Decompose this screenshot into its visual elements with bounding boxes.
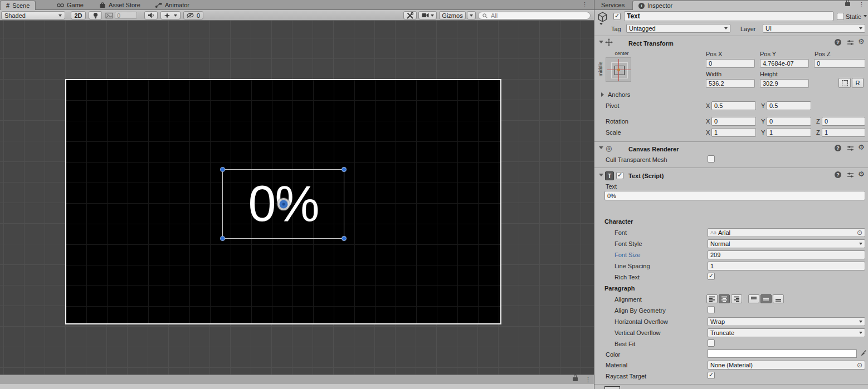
raycast-target-checkbox[interactable] xyxy=(708,372,715,379)
handle-bottom-right[interactable] xyxy=(342,236,347,241)
tab-asset-store[interactable]: Asset Store xyxy=(94,0,146,10)
canvas-renderer-fold[interactable] xyxy=(599,146,603,149)
tab-game[interactable]: Game xyxy=(51,0,89,10)
object-picker-icon[interactable]: ⊙ xyxy=(857,362,862,368)
anchors-fold[interactable] xyxy=(601,92,604,97)
align-top-button[interactable] xyxy=(748,294,759,303)
selection-rect[interactable] xyxy=(222,169,344,239)
align-middle-button[interactable] xyxy=(760,294,772,303)
material-object-field[interactable]: None (Material) ⊙ xyxy=(708,361,865,370)
text-component-icon xyxy=(605,171,614,180)
character-section-label: Character xyxy=(604,218,633,225)
pivot-y-field[interactable] xyxy=(767,101,811,110)
chevron-down-icon xyxy=(431,14,434,17)
height-field[interactable] xyxy=(760,79,809,88)
text-script-enabled-checkbox[interactable] xyxy=(616,172,623,179)
rotation-y-field[interactable] xyxy=(767,117,811,126)
scale-z-field[interactable] xyxy=(822,128,865,137)
raw-mode-button[interactable]: R xyxy=(852,78,864,88)
blueprint-mode-button[interactable] xyxy=(838,78,851,88)
anchor-preset-widget[interactable] xyxy=(606,57,631,82)
gameobject-cube-icon[interactable] xyxy=(597,12,608,22)
help-icon[interactable] xyxy=(835,171,841,178)
inspector-menu-icon[interactable]: ⋮ xyxy=(859,2,865,7)
tab-scene[interactable]: # Scene xyxy=(0,1,36,10)
handle-top-right[interactable] xyxy=(342,167,347,172)
help-icon[interactable] xyxy=(835,145,841,151)
2d-toggle-button[interactable]: 2D xyxy=(71,11,86,19)
best-fit-checkbox[interactable] xyxy=(708,339,715,347)
color-swatch[interactable] xyxy=(708,349,857,358)
align-right-button[interactable] xyxy=(731,294,742,303)
handle-top-left[interactable] xyxy=(220,167,225,172)
ui-canvas[interactable]: 0% xyxy=(65,79,501,324)
tab-services-label: Services xyxy=(601,2,625,8)
horizontal-overflow-dropdown[interactable]: Wrap xyxy=(708,317,865,326)
gear-icon[interactable]: ⚙ xyxy=(858,144,865,151)
shading-mode-dropdown[interactable]: Shaded xyxy=(1,11,65,19)
rect-transform-fold[interactable] xyxy=(599,41,603,43)
scene-effects-button[interactable] xyxy=(160,11,181,19)
align-bottom-button[interactable] xyxy=(773,294,784,303)
static-caret[interactable] xyxy=(864,15,867,17)
pos-y-field[interactable] xyxy=(760,59,809,68)
presets-icon[interactable] xyxy=(847,40,854,46)
scene-audio-button[interactable] xyxy=(144,11,158,19)
scene-visibility-button[interactable]: 0 xyxy=(183,11,203,19)
rotation-label: Rotation xyxy=(606,117,628,125)
gizmos-dropdown[interactable]: Gizmos xyxy=(439,11,466,19)
object-picker-icon[interactable]: ⊙ xyxy=(857,229,862,236)
gizmos-caret-button[interactable] xyxy=(467,11,476,19)
bottom-panel-menu-icon[interactable]: ⋮ xyxy=(585,377,591,382)
scale-y-field[interactable] xyxy=(767,128,811,137)
handle-bottom-left[interactable] xyxy=(220,236,225,241)
cull-transparent-mesh-checkbox[interactable] xyxy=(708,155,715,163)
scene-panel-menu-icon[interactable]: ⋮ xyxy=(582,2,588,7)
font-size-field[interactable] xyxy=(708,250,865,259)
pivot-x-field[interactable] xyxy=(711,101,756,110)
scene-lighting-button[interactable] xyxy=(89,11,102,19)
tab-inspector[interactable]: Inspector xyxy=(632,1,868,10)
tab-services[interactable]: Services xyxy=(596,0,630,10)
scene-search[interactable] xyxy=(478,12,591,19)
layer-dropdown[interactable]: UI xyxy=(763,24,865,33)
icon-picker-caret[interactable] xyxy=(599,23,603,25)
pivot-gizmo[interactable] xyxy=(279,200,287,208)
scene-viewport[interactable]: 0% xyxy=(0,21,594,375)
gear-icon[interactable]: ⚙ xyxy=(858,38,865,45)
gameobject-name-field[interactable] xyxy=(624,11,833,21)
scene-image-effects-group[interactable]: 0 xyxy=(105,12,137,19)
scene-search-input[interactable] xyxy=(490,12,581,19)
gear-icon[interactable]: ⚙ xyxy=(858,171,865,178)
static-checkbox[interactable] xyxy=(837,13,844,20)
scale-x-field[interactable] xyxy=(711,128,756,137)
font-style-dropdown[interactable]: Normal xyxy=(708,239,865,248)
bottom-lock-icon[interactable] xyxy=(573,377,578,381)
align-left-button[interactable] xyxy=(706,294,718,303)
vertical-overflow-dropdown[interactable]: Truncate xyxy=(708,328,865,337)
align-center-button[interactable] xyxy=(719,294,730,303)
tab-animator[interactable]: Animator xyxy=(149,0,195,10)
component-tools-button[interactable] xyxy=(403,11,417,19)
font-object-field[interactable]: Aa Arial ⊙ xyxy=(708,228,865,237)
align-by-geometry-checkbox[interactable] xyxy=(708,306,715,313)
rotation-x-field[interactable] xyxy=(711,117,756,126)
scene-camera-button[interactable] xyxy=(418,11,437,19)
eyedropper-icon[interactable] xyxy=(860,349,866,356)
presets-icon[interactable] xyxy=(847,145,854,151)
width-field[interactable] xyxy=(706,79,755,88)
pos-z-field[interactable] xyxy=(814,59,865,68)
rect-transform-title: Rect Transform xyxy=(628,40,674,47)
presets-icon[interactable] xyxy=(847,172,854,178)
pos-x-field[interactable] xyxy=(706,59,755,68)
inspector-lock-icon[interactable] xyxy=(845,2,850,6)
rich-text-checkbox[interactable] xyxy=(708,273,715,280)
help-icon[interactable] xyxy=(835,39,841,46)
gameobject-active-checkbox[interactable] xyxy=(613,13,621,20)
text-script-fold[interactable] xyxy=(599,174,603,176)
tag-dropdown[interactable]: Untagged xyxy=(626,24,730,33)
text-field-label: Text xyxy=(606,183,617,190)
rotation-z-field[interactable] xyxy=(822,117,865,126)
text-value-field[interactable] xyxy=(604,191,865,200)
line-spacing-field[interactable] xyxy=(708,262,865,270)
